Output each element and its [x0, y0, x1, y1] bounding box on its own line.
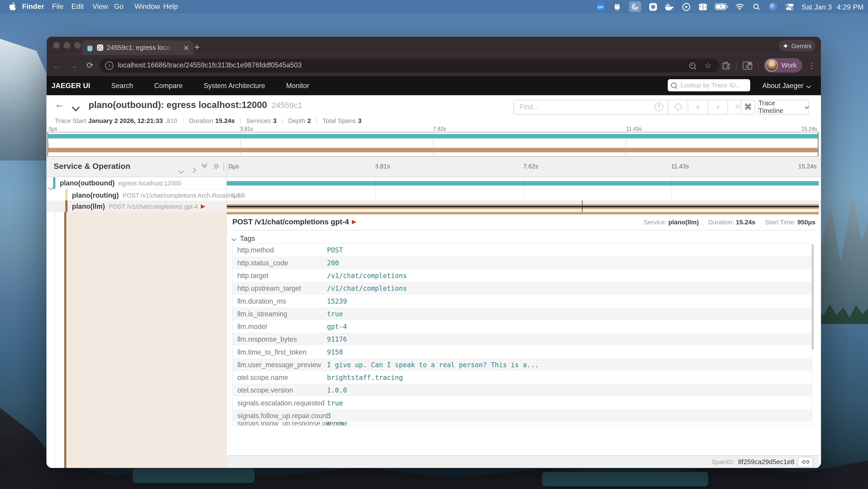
trace-minimap[interactable]	[47, 132, 819, 157]
control-center-icon[interactable]	[785, 2, 794, 11]
tag-row[interactable]: http.methodPOST	[233, 243, 812, 256]
menubar-item-view[interactable]: View	[93, 0, 108, 13]
about-jaeger-menu[interactable]: About Jaeger	[763, 76, 810, 95]
new-tab-button[interactable]: +	[190, 41, 204, 54]
battery-icon	[715, 2, 728, 11]
apple-menu-icon[interactable]	[9, 0, 16, 15]
collapse-trace-icon[interactable]	[73, 103, 79, 113]
find-box[interactable]: ?	[514, 99, 668, 114]
spotlight-icon[interactable]	[752, 2, 761, 11]
gemini-button[interactable]: Gemini	[779, 40, 815, 51]
url-text: localhost:16686/trace/24559c1fc313bc1e98…	[118, 62, 302, 69]
tag-row[interactable]: signals.follow_up.repair.count3	[233, 409, 812, 422]
find-prev-button[interactable]: ∧	[688, 99, 708, 114]
time-cursor-line	[582, 201, 582, 212]
docker-app-icon[interactable]	[665, 2, 674, 11]
window-manager-icon[interactable]	[698, 2, 707, 11]
llama-app-icon[interactable]	[612, 2, 622, 11]
menubar-item-go[interactable]: Go	[114, 0, 123, 13]
span-row-routing[interactable]: plano(routing) POST /v1/chat/completions…	[46, 189, 821, 201]
window-close-button[interactable]	[53, 42, 60, 49]
chevron-down-icon	[807, 83, 811, 88]
browser-menu-icon[interactable]: ⋮	[808, 61, 815, 70]
menubar-app-name[interactable]: Finder	[22, 0, 44, 13]
tag-row[interactable]: llm.modelgpt-4	[233, 320, 812, 333]
play-app-icon[interactable]	[681, 2, 691, 11]
menubar-item-window[interactable]: Window	[134, 0, 160, 13]
expand-all-icon[interactable]	[213, 165, 218, 168]
nav-item-monitor[interactable]: Monitor	[286, 82, 309, 89]
collapse-one-icon[interactable]	[179, 165, 183, 175]
bookmark-star-icon[interactable]: ☆	[705, 61, 712, 70]
nav-item-compare[interactable]: Compare	[154, 82, 183, 89]
window-minimize-button[interactable]	[64, 42, 70, 49]
back-icon[interactable]: ←	[49, 61, 65, 70]
locate-span-button[interactable]	[668, 99, 688, 114]
tag-row[interactable]: llm.time_to_first_token9150	[233, 345, 812, 358]
tag-row[interactable]: llm.is_streamingtrue	[233, 308, 812, 320]
tags-scrollbar[interactable]	[812, 244, 814, 349]
detail-span-accent	[64, 212, 66, 468]
back-to-search-icon[interactable]: ←	[55, 99, 64, 110]
extensions-puzzle-icon[interactable]	[721, 61, 731, 70]
siri-icon[interactable]	[768, 2, 778, 11]
trace-lookup-box[interactable]	[668, 79, 750, 91]
menubar-item-edit[interactable]: Edit	[71, 0, 84, 13]
jaeger-brand[interactable]: JAEGER UI	[51, 82, 90, 90]
nav-item-search[interactable]: Search	[111, 82, 133, 89]
tag-row-clipped[interactable]: signals.follow_up.response.latency0.500	[233, 422, 812, 425]
site-info-icon[interactable]: i	[105, 61, 114, 69]
tag-row[interactable]: otel.scope.version1.0.0	[233, 384, 812, 396]
span-rows: plano(outbound) egress localhost:12000 p…	[46, 177, 821, 212]
find-help-icon[interactable]: ?	[654, 103, 663, 111]
tag-row[interactable]: otel.scope.namebrightstaff.tracing	[233, 371, 812, 384]
tag-row[interactable]: llm.response_bytes91176	[233, 333, 812, 345]
forward-icon[interactable]: →	[65, 61, 82, 70]
span-row-outbound[interactable]: plano(outbound) egress localhost:12000	[46, 177, 821, 189]
dice-favicon	[97, 45, 103, 51]
expand-one-icon[interactable]	[191, 165, 195, 175]
menubar-item-file[interactable]: File	[52, 0, 64, 13]
span-row-llm[interactable]: plano(llm) POST /v1/chat/completions gpt…	[46, 201, 821, 212]
minimap-scrubber-left[interactable]	[48, 133, 48, 156]
browser-tab[interactable]: 24559c1: egress localhos ✕	[82, 40, 194, 55]
span-bar-routing[interactable]	[227, 193, 228, 198]
find-input[interactable]	[518, 103, 654, 111]
asterisk-app-icon[interactable]	[648, 2, 658, 11]
span-bar-llm[interactable]	[227, 204, 819, 208]
tags-section-toggle[interactable]: Tags	[232, 234, 255, 243]
tag-row[interactable]: llm.duration_ms15239	[233, 294, 812, 307]
browser-window: 24559c1: egress localhos ✕ + Gemini ← → …	[46, 36, 821, 468]
trace-lookup-input[interactable]	[679, 82, 747, 89]
tag-row[interactable]: llm.user_message_previewI give up. Can I…	[233, 358, 812, 371]
address-bar[interactable]: i localhost:16686/trace/24559c1fc313bc1e…	[99, 58, 719, 72]
window-zoom-button[interactable]	[74, 42, 81, 49]
critical-path-overlay	[227, 206, 819, 207]
zoom-out-icon[interactable]	[689, 62, 696, 68]
menubar-date[interactable]: Sat Jan 3	[802, 2, 832, 11]
menubar-clock[interactable]: 4:29 PM	[837, 2, 864, 11]
profile-chip[interactable]: Work	[764, 58, 802, 73]
copy-link-button[interactable]	[798, 457, 813, 467]
tracking-app-icon[interactable]	[629, 1, 641, 12]
shortcuts-button[interactable]: ⌘	[741, 99, 755, 114]
gemini-spark-icon	[783, 43, 788, 49]
reload-icon[interactable]: ⟳	[82, 60, 98, 70]
span-bar-outbound[interactable]	[227, 181, 819, 185]
nav-item-system-architecture[interactable]: System Architecture	[204, 82, 265, 89]
lookup-search-icon	[671, 82, 677, 88]
tag-row[interactable]: http.status_code200	[233, 257, 812, 269]
tab-close-icon[interactable]: ✕	[183, 44, 189, 52]
minimap-span-routing	[48, 143, 49, 147]
zoom-app-icon[interactable]: zm	[596, 2, 605, 11]
tag-row[interactable]: signals.escalation.requestedtrue	[233, 396, 812, 409]
minimap-scrubber-right[interactable]	[817, 133, 818, 156]
find-next-button[interactable]: ∨	[708, 99, 728, 114]
side-panel-search-icon[interactable]	[742, 61, 752, 69]
tags-header-label: Tags	[240, 234, 255, 243]
collapse-all-icon[interactable]	[203, 164, 206, 167]
tag-row[interactable]: http.upstream_target/v1/chat/completions	[233, 282, 812, 294]
menubar-item-help[interactable]: Help	[163, 0, 178, 13]
trace-view-selector[interactable]: Trace Timeline	[758, 99, 809, 114]
tag-row[interactable]: http.target/v1/chat/completions	[233, 269, 812, 282]
